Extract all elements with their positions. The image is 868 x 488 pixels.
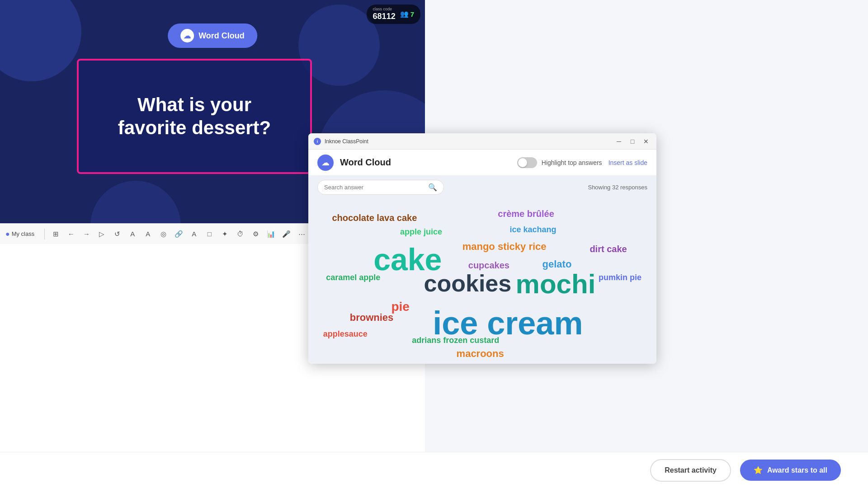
word-cloud-word: ice kachang [510, 225, 557, 235]
award-stars-button[interactable]: ⭐ Award stars to all [740, 460, 841, 481]
word-cloud-word: pie [391, 300, 409, 314]
classpoint-window: i Inknoe ClassPoint ─ □ ✕ ☁ Word Cloud H… [308, 133, 656, 364]
word-cloud-word: macroons [457, 348, 504, 360]
highlight-icon[interactable]: A [142, 228, 154, 240]
window-controls: ─ □ ✕ [614, 136, 651, 146]
timer-icon[interactable]: ⏱ [234, 228, 246, 240]
question-card: What is yourfavorite dessert? [77, 59, 312, 174]
eraser-icon[interactable]: ◎ [157, 228, 170, 240]
cursor-icon[interactable]: ✦ [218, 228, 231, 240]
window-titlebar: i Inknoe ClassPoint ─ □ ✕ [308, 133, 656, 150]
search-input[interactable] [324, 184, 425, 191]
responses-count: Showing 32 responses [588, 184, 647, 191]
search-input-wrapper: 🔍 [317, 180, 444, 195]
word-cloud-word: brownies [350, 312, 394, 324]
class-code-number: 68112 [373, 12, 396, 21]
text-a-icon[interactable]: A [126, 228, 139, 240]
activity-header: ☁ Word Cloud Highlight top answers Inser… [308, 150, 656, 176]
activity-icon: ☁ [317, 155, 334, 171]
settings-icon[interactable]: ⚙ [249, 228, 262, 240]
play-icon[interactable]: ▷ [95, 228, 108, 240]
question-text: What is yourfavorite dessert? [118, 94, 271, 139]
window-logo-icon: i [314, 138, 321, 145]
word-cloud-word: cookies [424, 270, 512, 297]
participants-count: 7 [410, 10, 414, 18]
mic-icon[interactable]: 🎤 [280, 228, 292, 240]
my-class-section: ● My class [5, 230, 34, 238]
participants-icon: 👥 [400, 10, 409, 18]
insert-as-slide-button[interactable]: Insert as slide [609, 159, 647, 166]
word-cloud-button-icon: ☁ [180, 29, 194, 42]
word-cloud-presentation-button[interactable]: ☁ Word Cloud [168, 23, 257, 48]
activity-title: Word Cloud [340, 157, 511, 168]
text2-icon[interactable]: A [188, 228, 200, 240]
forward-icon[interactable]: → [80, 228, 93, 240]
word-cloud-word: mango sticky rice [462, 241, 547, 253]
search-icon: 🔍 [428, 183, 437, 192]
maximize-button[interactable]: □ [627, 136, 637, 146]
restart-activity-button[interactable]: Restart activity [650, 459, 731, 482]
close-button[interactable]: ✕ [641, 136, 651, 146]
class-code-badge: class code 68112 👥 7 [367, 5, 420, 24]
word-cloud-word: apple juice [400, 227, 442, 237]
word-cloud-word: adrians frozen custard [412, 336, 499, 345]
highlight-toggle-switch[interactable] [517, 157, 537, 168]
shape-icon[interactable]: □ [203, 228, 216, 240]
word-cloud-word: mamma's homemade apple pie! [362, 362, 484, 364]
word-cloud-word: crème brûlée [498, 209, 554, 219]
chart-icon[interactable]: 📊 [264, 228, 277, 240]
toggle-knob [518, 158, 527, 167]
link-icon[interactable]: 🔗 [172, 228, 185, 240]
award-stars-label: Award stars to all [767, 466, 827, 474]
word-cloud-visualization: chocolate lava cakecrème brûléeapple jui… [308, 198, 656, 364]
bottom-actions-bar: Restart activity ⭐ Award stars to all [0, 452, 868, 488]
word-cloud-word: dirt cake [590, 244, 627, 254]
star-icon: ⭐ [754, 466, 763, 474]
word-cloud-word: pumkin pie [599, 273, 642, 282]
highlight-toggle-section: Highlight top answers [517, 157, 602, 168]
search-area: 🔍 Showing 32 responses [308, 176, 656, 198]
window-title: Inknoe ClassPoint [325, 138, 610, 145]
my-class-label: My class [12, 230, 35, 237]
minimize-button[interactable]: ─ [614, 136, 624, 146]
word-cloud-word: applesauce [323, 329, 368, 339]
toolbar-divider-1 [44, 229, 45, 239]
word-cloud-button-label: Word Cloud [198, 31, 245, 41]
back-icon[interactable]: ← [65, 228, 77, 240]
more-icon[interactable]: ⋯ [295, 228, 308, 240]
participants-badge: 👥 7 [400, 10, 414, 18]
grid-icon[interactable]: ⊞ [49, 228, 62, 240]
loop-icon[interactable]: ↺ [111, 228, 123, 240]
highlight-toggle-label: Highlight top answers [542, 159, 602, 166]
class-code-label: class code [373, 7, 392, 12]
word-cloud-word: mochi [516, 268, 596, 300]
bg-circle-1 [0, 0, 81, 81]
word-cloud-word: chocolate lava cake [332, 213, 417, 223]
word-cloud-word: caramel apple [326, 273, 380, 282]
word-cloud-word: cupcakes [468, 260, 509, 271]
